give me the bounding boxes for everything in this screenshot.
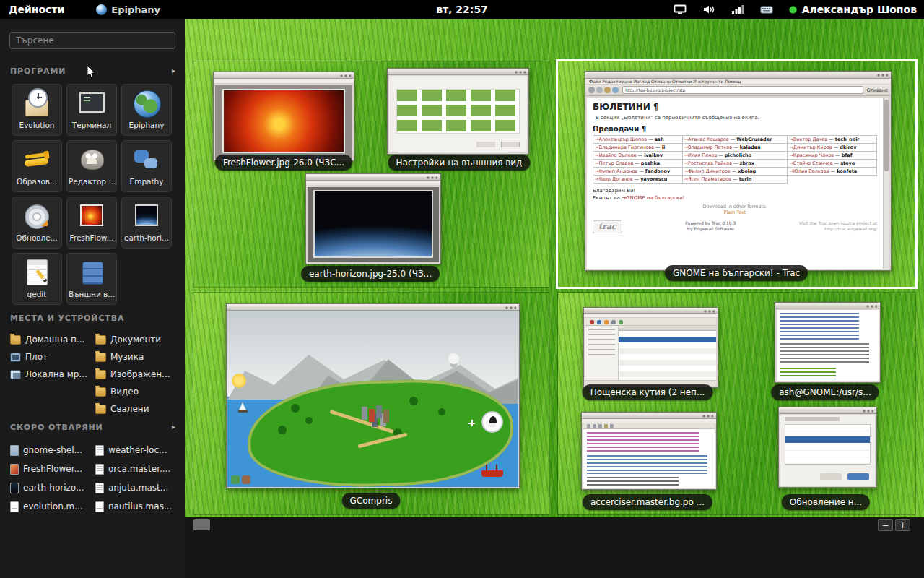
user-menu-button[interactable]: Александър Шопов	[789, 4, 917, 15]
translator-cell: →Явор Доганов — yavorescu	[593, 176, 683, 184]
url-bar: http://fsa-bg.org/project/gtp	[622, 86, 863, 94]
terminal-window[interactable]	[775, 302, 881, 383]
activities-button[interactable]: Дейности	[0, 0, 73, 19]
translator-cell: →Владимир Петков — kaladan	[683, 144, 788, 152]
gedit-toolbar	[583, 423, 715, 429]
workspace-switcher-indicator[interactable]	[193, 519, 210, 530]
app-tile[interactable]: Epiphany	[121, 84, 172, 136]
workspaces-area: FreshFlower.jpg-26.0 (ЧЗС... Настройки н…	[185, 19, 924, 517]
app-tile[interactable]: gedit	[12, 253, 62, 305]
powered-by-text: Powered by Trac 0.10.3By Edgewall Softwa…	[628, 220, 793, 232]
app-tile[interactable]: Обновле...	[12, 197, 62, 249]
gcompris-scene	[227, 311, 518, 487]
app-tile[interactable]: Evolution	[12, 84, 62, 136]
recent-item[interactable]: orca.master....	[95, 460, 178, 478]
programs-expand-arrow-icon[interactable]: ▸	[172, 66, 176, 74]
add-workspace-button[interactable]: +	[895, 519, 910, 531]
place-item[interactable]: Домашна п...	[10, 331, 92, 348]
translator-cell: →Виктор Дачев — tech_noir	[788, 136, 877, 144]
translator-link: →Стойчо Станчев	[789, 160, 832, 166]
update-manager-window[interactable]	[778, 407, 877, 488]
recent-label: gnome-shel...	[23, 445, 82, 455]
window-label[interactable]: Обновление н...	[782, 494, 870, 510]
app-tile[interactable]: FreshFlow...	[66, 197, 117, 249]
sun-icon	[232, 374, 246, 388]
folder-downloads-icon	[95, 405, 106, 414]
recent-item[interactable]: nautilus.mas...	[95, 497, 178, 516]
gimp-freshflower-window[interactable]	[213, 72, 354, 161]
volume-icon[interactable]	[702, 4, 715, 14]
browser-toolbar: http://fsa-bg.org/project/gtp Отиване	[585, 85, 891, 96]
app-tile[interactable]: Empathy	[121, 140, 172, 192]
place-label: Видео	[110, 387, 139, 397]
place-item[interactable]: Локална мр...	[10, 366, 92, 383]
flower-image	[224, 90, 344, 152]
place-item[interactable]: Видео	[95, 383, 178, 400]
home-icon	[612, 87, 619, 93]
snowflake-icon	[468, 420, 475, 426]
window-label[interactable]: Пощенска кутия (2 неп...	[583, 384, 713, 400]
app-tile[interactable]: Терминал	[66, 84, 117, 136]
recent-item[interactable]: gnome-shel...	[10, 441, 92, 460]
app-tile[interactable]: Образов...	[12, 140, 62, 192]
window-titlebar	[306, 174, 440, 181]
go-button: Отиване	[867, 87, 888, 93]
translator-cell: →Филип Андонов — fandonov	[593, 168, 683, 176]
page-intro: В секция „Бюлетини“ са периодичните съоб…	[596, 115, 877, 121]
recent-expand-arrow-icon[interactable]: ▸	[172, 423, 176, 431]
place-label: Домашна п...	[25, 335, 84, 345]
recent-item[interactable]: weather-loc...	[95, 441, 178, 460]
place-label: Локална мр...	[25, 369, 87, 379]
place-item[interactable]: Плот	[10, 348, 92, 366]
recent-item[interactable]: FreshFlower...	[10, 460, 92, 478]
window-label[interactable]: accerciser.master.bg.po ...	[583, 494, 712, 510]
gimp-earth-window[interactable]	[305, 173, 441, 264]
workspace-1[interactable]: FreshFlower.jpg-26.0 (ЧЗС... Настройки н…	[193, 61, 549, 287]
search-input[interactable]	[9, 32, 175, 49]
keyboard-icon[interactable]	[760, 4, 773, 14]
gcompris-window[interactable]	[226, 303, 520, 488]
translator-link: →Красимир Чонов	[789, 152, 834, 158]
clock-button[interactable]: вт, 22:57	[436, 4, 488, 15]
gedit-window[interactable]	[581, 412, 717, 490]
window-label[interactable]: Настройки на външния вид	[388, 155, 531, 171]
recent-item[interactable]: earth-horizo...	[10, 478, 92, 497]
network-signal-icon[interactable]	[731, 4, 744, 14]
mouse-cursor	[87, 65, 96, 79]
appearance-settings-window[interactable]	[387, 68, 529, 155]
translator-link: →Филип Димитров	[684, 168, 731, 174]
folder-docs-icon	[95, 335, 106, 345]
recent-item[interactable]: anjuta.mast...	[95, 478, 178, 497]
app-label: Външни в...	[67, 290, 116, 298]
place-item[interactable]: Изображен...	[95, 366, 178, 383]
translator-link: →Явор Доганов	[595, 176, 632, 182]
window-label[interactable]: ash@GNOME:/usr/s...	[771, 384, 879, 400]
place-item[interactable]: Музика	[95, 348, 178, 366]
place-item[interactable]: Документи	[95, 331, 178, 348]
terminal-body	[777, 310, 879, 381]
window-label[interactable]: GNOME на български! - Trac	[665, 265, 808, 281]
file-image-dark-icon	[10, 483, 19, 493]
evolution-mail-window[interactable]	[583, 307, 718, 388]
window-label[interactable]: FreshFlower.jpg-26.0 (ЧЗС...	[215, 155, 352, 171]
window-label[interactable]: earth-horizon.jpg-25.0 (ЧЗ...	[301, 266, 440, 282]
workspace-3[interactable]: GCompris	[193, 293, 549, 514]
app-tile[interactable]: Редактор ...	[66, 140, 117, 192]
workspace-2-active[interactable]: Файл Редактиране Изглед Отиване Отметки …	[558, 61, 915, 287]
app-tile[interactable]: earth-hori...	[121, 197, 172, 249]
window-menubar	[306, 181, 440, 186]
page-footer: trac Powered by Trac 0.10.3By Edgewall S…	[593, 220, 877, 233]
recent-item[interactable]: evolution.m...	[10, 497, 92, 516]
workspace-4[interactable]: Пощенска кутия (2 неп... ash@GNOME:/usr/…	[558, 293, 915, 514]
recent-label: FreshFlower...	[23, 464, 82, 474]
epiphany-browser-window[interactable]: Файл Редактиране Изглед Отиване Отметки …	[585, 71, 892, 271]
translator-cell: →Александър Шопов — ash	[593, 136, 683, 144]
file-text-icon	[95, 445, 104, 456]
app-menu-button[interactable]: Epiphany	[96, 4, 160, 15]
remove-workspace-button[interactable]: −	[878, 519, 893, 531]
window-label[interactable]: GCompris	[342, 493, 401, 509]
translator-nick: turin	[739, 176, 752, 182]
place-item[interactable]: Свалени	[95, 400, 178, 418]
display-icon[interactable]	[674, 4, 687, 15]
app-tile[interactable]: Външни в...	[66, 253, 117, 305]
